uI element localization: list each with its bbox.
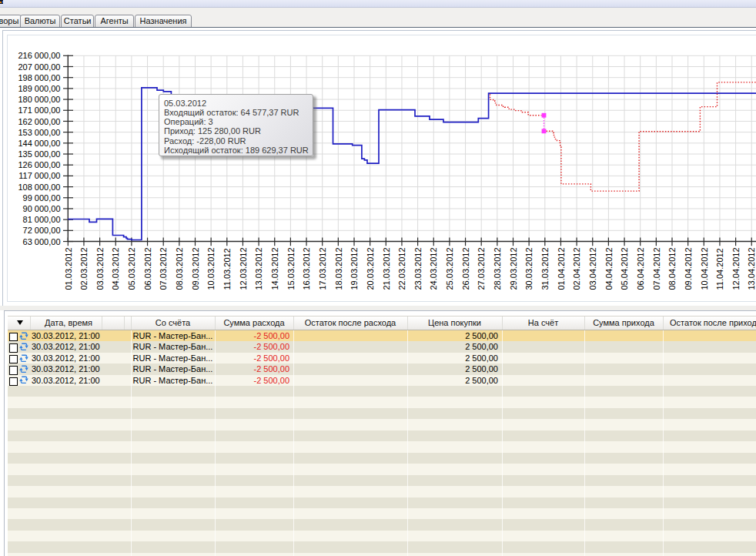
svg-text:18.03.2012: 18.03.2012 xyxy=(334,247,343,290)
svg-text:198 000,00: 198 000,00 xyxy=(18,73,60,82)
svg-text:07.03.2012: 07.03.2012 xyxy=(159,247,168,290)
svg-text:180 000,00: 180 000,00 xyxy=(18,95,60,104)
svg-text:05.04.2012: 05.04.2012 xyxy=(620,247,629,290)
svg-text:24.03.2012: 24.03.2012 xyxy=(429,247,438,290)
svg-text:11.03.2012: 11.03.2012 xyxy=(222,248,232,290)
svg-text:23.03.2012: 23.03.2012 xyxy=(413,247,423,290)
svg-text:26.03.2012: 26.03.2012 xyxy=(461,247,470,290)
svg-text:63 000,00: 63 000,00 xyxy=(23,237,61,246)
svg-text:28.03.2012: 28.03.2012 xyxy=(493,247,502,290)
svg-text:16.03.2012: 16.03.2012 xyxy=(302,247,311,290)
svg-text:108 000,00: 108 000,00 xyxy=(18,183,60,192)
svg-text:144 000,00: 144 000,00 xyxy=(18,139,60,148)
svg-text:10.04.2012: 10.04.2012 xyxy=(700,247,709,290)
svg-text:09.03.2012: 09.03.2012 xyxy=(191,247,200,290)
svg-text:17.03.2012: 17.03.2012 xyxy=(318,247,327,290)
svg-text:02.04.2012: 02.04.2012 xyxy=(572,247,581,290)
svg-text:10.03.2012: 10.03.2012 xyxy=(206,247,216,290)
svg-text:20.03.2012: 20.03.2012 xyxy=(366,247,375,290)
svg-text:02.03.2012: 02.03.2012 xyxy=(79,247,89,290)
svg-text:19.03.2012: 19.03.2012 xyxy=(350,247,359,290)
svg-text:171 000,00: 171 000,00 xyxy=(18,106,60,115)
svg-text:08.04.2012: 08.04.2012 xyxy=(667,247,677,290)
svg-text:21.03.2012: 21.03.2012 xyxy=(382,247,391,290)
svg-text:07.04.2012: 07.04.2012 xyxy=(652,247,661,290)
svg-text:30.03.2012: 30.03.2012 xyxy=(524,247,534,290)
svg-text:12.04.2012: 12.04.2012 xyxy=(731,247,741,290)
svg-text:117 000,00: 117 000,00 xyxy=(18,171,60,180)
svg-text:06.03.2012: 06.03.2012 xyxy=(143,247,152,290)
svg-text:13.03.2012: 13.03.2012 xyxy=(254,247,263,290)
svg-text:03.04.2012: 03.04.2012 xyxy=(588,247,597,290)
svg-text:04.03.2012: 04.03.2012 xyxy=(111,247,120,290)
svg-text:09.04.2012: 09.04.2012 xyxy=(684,247,693,290)
svg-text:22.03.2012: 22.03.2012 xyxy=(397,247,406,290)
svg-text:06.04.2012: 06.04.2012 xyxy=(636,247,645,290)
svg-text:01.03.2012: 01.03.2012 xyxy=(64,247,73,290)
svg-text:25.03.2012: 25.03.2012 xyxy=(445,247,454,290)
svg-text:99 000,00: 99 000,00 xyxy=(23,193,61,203)
svg-text:31.03.2012: 31.03.2012 xyxy=(540,247,550,290)
svg-text:162 000,00: 162 000,00 xyxy=(18,117,60,126)
svg-text:27.03.2012: 27.03.2012 xyxy=(477,247,486,290)
svg-text:81 000,00: 81 000,00 xyxy=(23,215,61,224)
svg-text:05.03.2012: 05.03.2012 xyxy=(127,247,136,290)
svg-text:03.03.2012: 03.03.2012 xyxy=(95,247,105,290)
svg-text:15.03.2012: 15.03.2012 xyxy=(286,247,296,290)
svg-text:153 000,00: 153 000,00 xyxy=(18,128,60,137)
svg-text:01.04.2012: 01.04.2012 xyxy=(557,247,566,290)
svg-text:135 000,00: 135 000,00 xyxy=(18,149,60,159)
svg-text:207 000,00: 207 000,00 xyxy=(18,62,60,72)
svg-text:216 000,00: 216 000,00 xyxy=(18,51,60,60)
svg-text:189 000,00: 189 000,00 xyxy=(18,84,60,93)
svg-text:14.03.2012: 14.03.2012 xyxy=(270,247,279,290)
svg-text:11.04.2012: 11.04.2012 xyxy=(715,248,724,290)
svg-text:13.04.2012: 13.04.2012 xyxy=(747,247,756,290)
svg-text:90 000,00: 90 000,00 xyxy=(23,204,61,213)
svg-text:12.03.2012: 12.03.2012 xyxy=(239,247,248,290)
svg-text:126 000,00: 126 000,00 xyxy=(18,160,60,169)
svg-text:04.04.2012: 04.04.2012 xyxy=(604,247,614,290)
svg-text:29.03.2012: 29.03.2012 xyxy=(509,247,518,290)
svg-text:08.03.2012: 08.03.2012 xyxy=(175,247,184,290)
svg-text:72 000,00: 72 000,00 xyxy=(23,226,61,235)
